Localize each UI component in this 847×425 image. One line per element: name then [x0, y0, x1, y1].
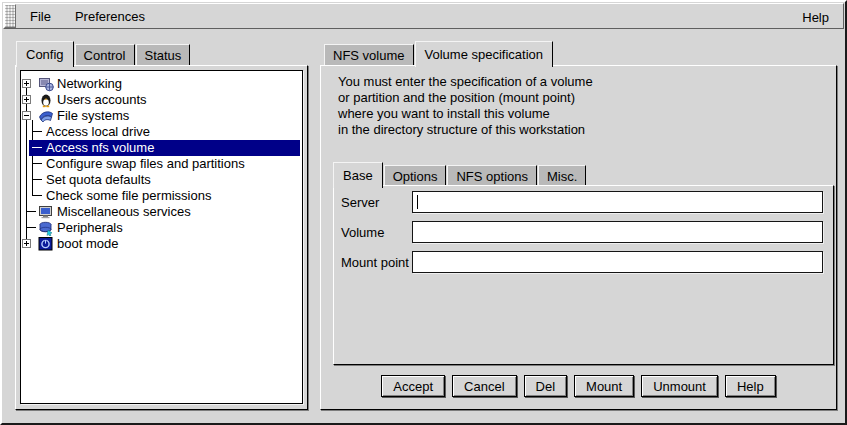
mount-point-input[interactable]	[413, 252, 822, 272]
tree-item-networking[interactable]: Networking	[21, 76, 302, 92]
config-page: Networking Users accounts File systems	[15, 65, 308, 410]
unmount-button[interactable]: Unmount	[641, 375, 718, 397]
volume-specification-page: You must enter the specification of a vo…	[320, 65, 837, 410]
tree-item-label: Set quota defaults	[46, 173, 151, 187]
tree-item-label: Miscellaneous services	[57, 205, 191, 219]
tree-item-label: Users accounts	[57, 93, 147, 107]
peripherals-icon	[38, 220, 54, 236]
action-button-row: Accept Cancel Del Mount Unmount Help	[321, 375, 836, 397]
menu-bar: File Preferences Help	[3, 3, 844, 29]
del-button[interactable]: Del	[524, 375, 568, 397]
tree-item-access-nfs-volume[interactable]: Access nfs volume	[21, 140, 302, 156]
services-icon	[38, 204, 54, 220]
base-form-page: Server Volume Mount point	[333, 185, 834, 365]
tab-nfs-volume[interactable]: NFS volume	[324, 44, 414, 66]
volume-label: Volume	[341, 225, 384, 240]
mount-point-label: Mount point	[341, 255, 409, 270]
expander-plus-icon[interactable]	[22, 79, 31, 88]
description-line: in the directory structure of this works…	[338, 122, 585, 138]
mount-button[interactable]: Mount	[574, 375, 634, 397]
expander-plus-icon[interactable]	[22, 95, 31, 104]
tree-item-peripherals[interactable]: Peripherals	[21, 220, 302, 236]
expander-plus-icon[interactable]	[22, 239, 31, 248]
expander-minus-icon[interactable]	[22, 111, 31, 120]
menu-preferences[interactable]: Preferences	[69, 6, 151, 27]
tree-branch-line	[32, 147, 42, 148]
description-line: You must enter the specification of a vo…	[338, 74, 593, 90]
menu-help[interactable]: Help	[798, 8, 833, 27]
tree-item-configure-swap[interactable]: Configure swap files and partitions	[21, 156, 302, 172]
menubar-grip-handle[interactable]	[4, 4, 16, 28]
config-tree: Networking Users accounts File systems	[20, 70, 303, 404]
tree-item-file-systems[interactable]: File systems	[21, 108, 302, 124]
description-line: where you want to install this volume	[338, 106, 550, 122]
menu-file[interactable]: File	[24, 6, 57, 27]
tree-item-label: Access nfs volume	[46, 141, 154, 155]
volume-form-tabs: Base Options NFS options Misc.	[333, 161, 587, 187]
server-label: Server	[341, 195, 379, 210]
tree-item-access-local-drive[interactable]: Access local drive	[21, 124, 302, 140]
tree-item-boot-mode[interactable]: boot mode	[21, 236, 302, 252]
volume-input[interactable]	[413, 222, 822, 242]
tab-config[interactable]: Config	[16, 41, 74, 67]
tree-item-label: Networking	[57, 77, 122, 91]
server-input[interactable]	[413, 192, 822, 212]
tab-options[interactable]: Options	[384, 165, 447, 187]
left-notebook-tabs: Config Control Status	[16, 40, 191, 66]
tab-volume-specification[interactable]: Volume specification	[415, 41, 554, 67]
filesystems-icon	[38, 108, 54, 124]
tree-item-label: Peripherals	[57, 221, 123, 235]
tree-branch-line	[32, 131, 42, 132]
help-button[interactable]: Help	[725, 375, 776, 397]
networking-icon	[38, 76, 54, 92]
tree-item-users-accounts[interactable]: Users accounts	[21, 92, 302, 108]
tree-item-set-quota-defaults[interactable]: Set quota defaults	[21, 172, 302, 188]
tree-rows: Networking Users accounts File systems	[21, 76, 302, 403]
tree-branch-line	[32, 195, 42, 196]
tab-control[interactable]: Control	[75, 44, 135, 66]
tab-status[interactable]: Status	[136, 44, 191, 66]
tree-branch-line	[26, 227, 36, 228]
tree-item-check-file-permissions[interactable]: Check some file permissions	[21, 188, 302, 204]
tree-item-label: boot mode	[57, 237, 118, 251]
tree-item-label: Configure swap files and partitions	[46, 157, 245, 171]
tree-branch-line	[26, 211, 36, 212]
bootmode-icon	[38, 236, 54, 252]
tab-nfs-options[interactable]: NFS options	[447, 165, 537, 187]
tree-item-label: Check some file permissions	[46, 189, 211, 203]
tab-base[interactable]: Base	[333, 162, 383, 188]
users-icon	[38, 92, 54, 108]
mount-point-field-frame	[412, 251, 823, 273]
volume-field-frame	[412, 221, 823, 243]
text-caret	[417, 195, 418, 209]
tab-misc[interactable]: Misc.	[538, 165, 586, 187]
description-line: or partition and the position (mount poi…	[338, 90, 575, 106]
accept-button[interactable]: Accept	[381, 375, 445, 397]
server-field-frame	[412, 191, 823, 213]
linuxconf-window: File Preferences Help Config Control Sta…	[0, 0, 847, 425]
tree-item-miscellaneous-services[interactable]: Miscellaneous services	[21, 204, 302, 220]
tree-item-label: File systems	[57, 109, 129, 123]
tree-item-label: Access local drive	[46, 125, 150, 139]
right-notebook-tabs: NFS volume Volume specification	[324, 40, 554, 66]
tree-branch-line	[32, 163, 42, 164]
tree-branch-line	[32, 179, 42, 180]
cancel-button[interactable]: Cancel	[452, 375, 516, 397]
